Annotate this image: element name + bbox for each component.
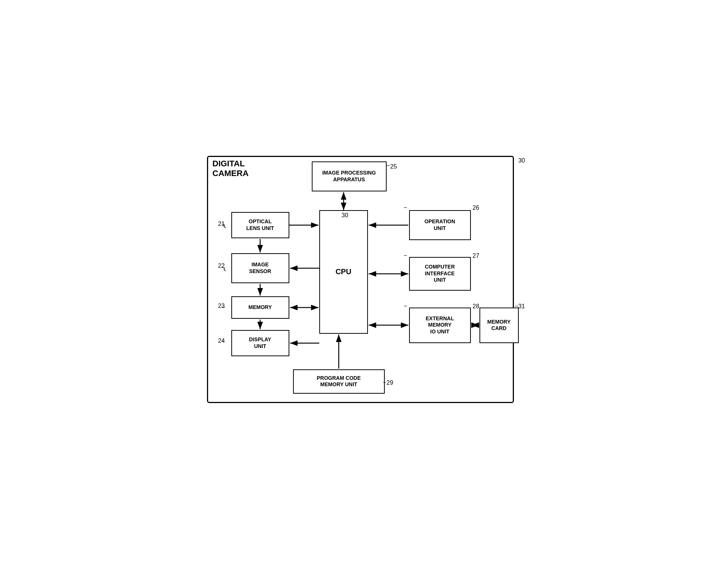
ref-26: 26 <box>473 205 479 211</box>
tilde-22: ~ <box>222 264 225 271</box>
external-memory-block: EXTERNALMEMORYIO UNIT <box>409 308 471 343</box>
tilde-25: ~ <box>387 163 390 169</box>
page-container: DIGITALCAMERA 30 IMAGE PROCESSINGAPPARAT… <box>196 152 533 414</box>
tilde-29: ~ <box>383 379 386 386</box>
program-code-block: PROGRAM CODEMEMORY UNIT <box>293 369 385 394</box>
digital-camera-label: DIGITALCAMERA <box>213 159 249 179</box>
cpu-block: CPU <box>319 210 368 334</box>
tilde-24: ~ <box>222 338 225 345</box>
tilde-23: ~ <box>222 304 225 311</box>
ref-27: 27 <box>473 252 479 259</box>
ref-25: 25 <box>390 163 397 170</box>
tilde-31: ~ <box>515 303 518 310</box>
tilde-27: ~ <box>404 252 407 259</box>
memory-block: MEMORY <box>231 296 289 319</box>
tilde-28: ~ <box>404 303 407 310</box>
display-unit-block: DISPLAYUNIT <box>231 330 289 356</box>
ref-29: 29 <box>387 379 393 386</box>
operation-unit-block: OPERATIONUNIT <box>409 210 471 240</box>
image-processing-block: IMAGE PROCESSINGAPPARATUS <box>312 161 387 191</box>
computer-interface-block: COMPUTERINTERFACEUNIT <box>409 257 471 291</box>
ref-28: 28 <box>473 303 479 310</box>
memory-card-block: MEMORYCARD <box>479 308 519 343</box>
ref-1: 30 <box>518 157 525 164</box>
optical-lens-block: OPTICALLENS UNIT <box>231 212 289 238</box>
tilde-26: ~ <box>404 205 407 211</box>
tilde-21: ~ <box>222 221 225 228</box>
image-sensor-block: IMAGESENSOR <box>231 253 289 283</box>
ref-31: 31 <box>518 303 525 310</box>
ref-30: 30 <box>342 212 348 219</box>
